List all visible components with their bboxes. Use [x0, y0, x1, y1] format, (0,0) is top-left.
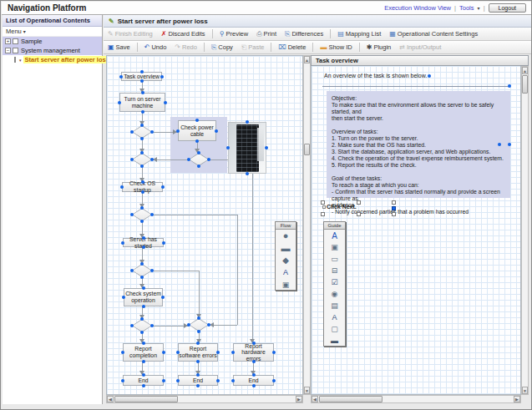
- undo-button[interactable]: ↶Undo: [144, 43, 167, 51]
- connection-handle[interactable]: [141, 110, 144, 114]
- flow-image-tool[interactable]: ▣: [276, 278, 296, 291]
- connection-handle[interactable]: [272, 351, 276, 354]
- connection-handle[interactable]: [140, 137, 144, 140]
- connection-handle[interactable]: [121, 241, 124, 245]
- connection-handle[interactable]: [164, 101, 167, 104]
- guide-checkbox-tool[interactable]: ☑: [324, 276, 345, 288]
- connection-handle[interactable]: [207, 323, 210, 326]
- connection-handle[interactable]: [197, 330, 200, 333]
- connection-handle[interactable]: [142, 286, 145, 290]
- flow-palette[interactable]: Flow●▬◆A▣: [275, 221, 296, 291]
- connection-handle[interactable]: [252, 342, 256, 345]
- connection-handle[interactable]: [176, 129, 180, 133]
- scroll-up-arrow[interactable]: ▲: [522, 67, 528, 74]
- mapping-list-button[interactable]: ▤Mapping List: [337, 30, 381, 38]
- tree-toggle-icon[interactable]: −: [5, 48, 11, 53]
- connection-handle[interactable]: [140, 70, 144, 73]
- selection-handle[interactable]: [392, 212, 396, 216]
- connection-handle[interactable]: [215, 129, 218, 133]
- tree-item-system-management[interactable]: −System management: [3, 46, 102, 55]
- connection-handle[interactable]: [142, 342, 145, 345]
- connection-handle[interactable]: [121, 351, 124, 354]
- guide-palette-title[interactable]: Guide: [324, 222, 345, 230]
- connection-handle[interactable]: [161, 296, 165, 299]
- selection-handle[interactable]: [357, 200, 361, 205]
- connection-handle[interactable]: [141, 91, 144, 94]
- guide-palette[interactable]: GuideA▣▭⊟☑◉▤A▢▬: [323, 221, 346, 347]
- flow-node-report-hardware-errors[interactable]: Report hardware errors: [233, 343, 274, 362]
- connection-handle[interactable]: [141, 180, 144, 184]
- connection-handle[interactable]: [216, 351, 220, 354]
- connection-handle[interactable]: [246, 172, 249, 175]
- connection-handle[interactable]: [246, 120, 249, 124]
- flow-node-turn-on-server-machine[interactable]: Turn on server machine: [119, 93, 165, 112]
- connection-handle[interactable]: [161, 185, 165, 189]
- flow-terminator-shape[interactable]: ●: [276, 230, 296, 242]
- tree-toggle-icon[interactable]: +: [5, 38, 11, 44]
- guide-button-tool[interactable]: ▬: [324, 335, 345, 347]
- connection-handle[interactable]: [118, 101, 121, 104]
- connection-handle[interactable]: [508, 143, 511, 146]
- connection-handle[interactable]: [252, 384, 256, 387]
- connection-handle[interactable]: [195, 139, 199, 143]
- selection-handle[interactable]: [357, 212, 361, 216]
- connection-handle[interactable]: [142, 360, 145, 363]
- connection-handle[interactable]: [196, 360, 200, 363]
- connection-handle[interactable]: [142, 236, 145, 240]
- connection-handle[interactable]: [265, 146, 268, 149]
- connection-handle[interactable]: [142, 305, 145, 308]
- connection-handle[interactable]: [195, 119, 199, 122]
- connection-handle[interactable]: [196, 384, 200, 387]
- connection-handle[interactable]: [197, 316, 200, 320]
- tree-item-sample[interactable]: +Sample: [3, 37, 102, 46]
- scroll-thumb[interactable]: [319, 396, 383, 402]
- connection-handle[interactable]: [140, 165, 144, 168]
- connection-handle[interactable]: [150, 158, 154, 161]
- connection-handle[interactable]: [162, 241, 165, 245]
- connection-handle[interactable]: [162, 351, 165, 354]
- scroll-right-arrow[interactable]: ▶: [514, 396, 520, 402]
- scroll-right-arrow[interactable]: ▶: [296, 396, 302, 402]
- flow-decision-shape[interactable]: ◆: [276, 254, 296, 266]
- connection-handle[interactable]: [428, 74, 431, 78]
- sidebar-menu-button[interactable]: Menu▾: [3, 27, 102, 37]
- connection-handle[interactable]: [196, 373, 200, 377]
- connection-handle[interactable]: [150, 324, 154, 327]
- copy-button[interactable]: ⎘Copy: [211, 43, 233, 52]
- connection-handle[interactable]: [216, 379, 220, 382]
- scroll-left-arrow[interactable]: ◀: [312, 396, 318, 402]
- connection-handle[interactable]: [231, 379, 235, 382]
- scroll-left-arrow[interactable]: ◀: [107, 396, 114, 402]
- guide-next-element[interactable]: Click Next.: [321, 200, 396, 215]
- connection-handle[interactable]: [140, 220, 144, 223]
- preview-button[interactable]: ⚲Preview: [220, 30, 249, 38]
- connection-handle[interactable]: [130, 130, 134, 134]
- connection-handle[interactable]: [142, 384, 145, 387]
- guide-vertical-scrollbar[interactable]: ▲ ▼: [521, 66, 529, 395]
- selection-handle[interactable]: [321, 212, 325, 216]
- connection-handle[interactable]: [207, 158, 210, 161]
- guide-textarea-tool[interactable]: ▤: [324, 300, 345, 311]
- guide-radio-tool[interactable]: ◉: [324, 288, 345, 300]
- connection-handle[interactable]: [140, 317, 144, 321]
- tools-menu[interactable]: Tools ▾: [459, 4, 480, 12]
- selection-handle-active[interactable]: [392, 206, 396, 210]
- connection-handle[interactable]: [140, 331, 144, 334]
- differences-button[interactable]: ⎘Differences: [285, 30, 323, 38]
- guide-intro-text[interactable]: An overview of the task is shown below.: [324, 73, 427, 78]
- execution-window-view-link[interactable]: Execution Window View: [384, 4, 451, 12]
- guide-frame-tool[interactable]: ▢: [324, 323, 345, 335]
- connection-handle[interactable]: [130, 213, 134, 216]
- connection-handle[interactable]: [140, 262, 144, 266]
- scroll-down-arrow[interactable]: ▼: [304, 387, 310, 394]
- connection-handle[interactable]: [140, 79, 144, 83]
- connection-handle[interactable]: [122, 296, 125, 299]
- show-id-button[interactable]: ▬Show ID: [320, 43, 352, 51]
- discard-edits-button[interactable]: ✗Discard Edits: [161, 30, 205, 38]
- guide-horizontal-scrollbar[interactable]: ◀ ▶: [311, 395, 521, 403]
- save-button[interactable]: ▣Save: [108, 43, 130, 51]
- connection-handle[interactable]: [140, 124, 144, 127]
- operational-content-settings-button[interactable]: ▦Operational Content Settings: [389, 30, 478, 38]
- connection-handle[interactable]: [140, 276, 144, 279]
- connection-handle[interactable]: [120, 185, 124, 189]
